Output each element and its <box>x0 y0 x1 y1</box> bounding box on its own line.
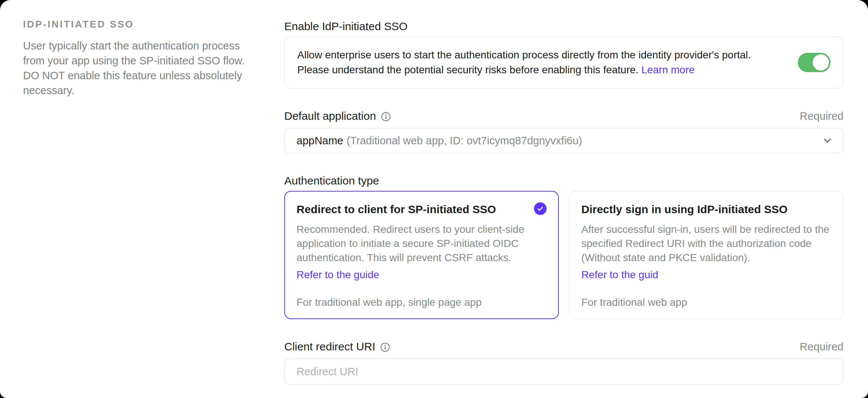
info-icon[interactable] <box>381 112 391 122</box>
option-title: Redirect to client for SP-initiated SSO <box>297 202 496 216</box>
redirect-uri-input[interactable] <box>284 359 843 385</box>
authentication-type-options: Redirect to client for SP-initiated SSO … <box>284 191 843 319</box>
authentication-type-label-row: Authentication type <box>284 174 843 188</box>
field-enable-idp-sso: Enable IdP-initiated SSO Allow enterpris… <box>284 19 843 89</box>
settings-form: Enable IdP-initiated SSO Allow enterpris… <box>284 19 843 398</box>
authentication-type-label: Authentication type <box>284 174 379 187</box>
toggle-knob <box>813 54 829 71</box>
selected-app-meta: (Traditional web app, ID: ovt7icymq87dgn… <box>347 135 582 147</box>
option-footer: For traditional web app, single page app <box>297 296 547 308</box>
learn-more-link[interactable]: Learn more <box>641 64 694 76</box>
enable-sso-toggle[interactable] <box>798 53 830 72</box>
chevron-down-icon <box>822 135 833 147</box>
section-heading: IDP-INITIATED SSO <box>23 19 246 30</box>
default-application-label: Default application <box>284 110 376 122</box>
client-redirect-uri-label-row: Client redirect URI Required <box>284 340 843 354</box>
refer-to-guide-link[interactable]: Refer to the guide <box>297 268 547 282</box>
info-icon[interactable] <box>380 342 390 352</box>
required-badge: Required <box>800 341 843 353</box>
field-authentication-type: Authentication type Redirect to client f… <box>284 174 843 319</box>
option-title: Directly sign in using IdP-initiated SSO <box>582 202 788 216</box>
option-footer: For traditional web app <box>582 296 832 308</box>
selected-app-name: appName <box>297 135 343 147</box>
default-application-select[interactable]: appName (Traditional web app, ID: ovt7ic… <box>284 128 843 153</box>
idp-initiated-sso-settings-page: IDP-INITIATED SSO User typically start t… <box>0 0 868 398</box>
option-redirect-to-client[interactable]: Redirect to client for SP-initiated SSO … <box>284 191 559 319</box>
option-description: After successful sign-in, users will be … <box>582 222 832 265</box>
check-icon <box>534 202 547 215</box>
refer-to-guide-link[interactable]: Refer to the guid <box>582 268 832 282</box>
enable-sso-card: Allow enterprise users to start the auth… <box>284 36 843 89</box>
enable-sso-label-row: Enable IdP-initiated SSO <box>284 19 843 33</box>
section-description: User typically start the authentication … <box>23 38 246 98</box>
client-redirect-uri-label: Client redirect URI <box>284 340 375 353</box>
required-badge: Required <box>800 110 843 122</box>
field-default-application: Default application Required appName (Tr… <box>284 109 843 153</box>
enable-sso-label: Enable IdP-initiated SSO <box>284 20 408 33</box>
enable-sso-description: Allow enterprise users to start the auth… <box>297 48 798 77</box>
field-client-redirect-uri: Client redirect URI Required <box>284 340 843 385</box>
default-application-label-row: Default application Required <box>284 109 843 123</box>
option-directly-sign-in[interactable]: Directly sign in using IdP-initiated SSO… <box>569 191 844 319</box>
section-info-panel: IDP-INITIATED SSO User typically start t… <box>23 19 246 98</box>
option-description: Recommended. Redirect users to your clie… <box>297 222 547 265</box>
